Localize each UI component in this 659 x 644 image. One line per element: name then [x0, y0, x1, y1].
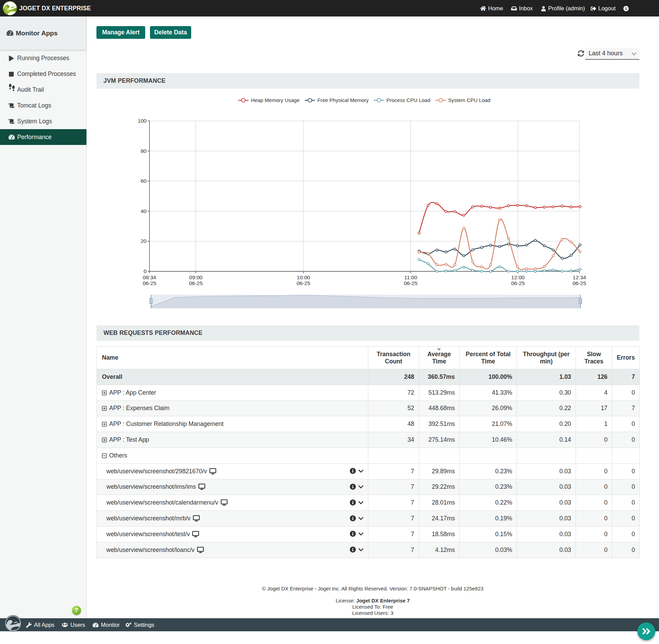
svg-text:20: 20: [141, 238, 147, 244]
svg-text:09:00: 09:00: [189, 274, 203, 280]
svg-text:06-25: 06-25: [511, 280, 525, 286]
svg-text:06-25: 06-25: [404, 280, 418, 286]
svg-text:08:34: 08:34: [143, 274, 156, 280]
svg-text:11:00: 11:00: [404, 274, 417, 280]
svg-text:60: 60: [141, 178, 147, 184]
svg-text:40: 40: [141, 208, 147, 214]
svg-text:100: 100: [138, 118, 147, 124]
svg-text:06-25: 06-25: [189, 280, 203, 286]
svg-text:06-25: 06-25: [297, 280, 310, 286]
svg-text:12:34: 12:34: [573, 274, 586, 280]
svg-text:06-25: 06-25: [573, 280, 586, 286]
svg-text:12:00: 12:00: [511, 274, 525, 280]
svg-text:0: 0: [143, 268, 147, 274]
svg-text:06-25: 06-25: [143, 280, 157, 286]
svg-text:80: 80: [141, 148, 147, 154]
svg-text:10:00: 10:00: [297, 274, 310, 280]
